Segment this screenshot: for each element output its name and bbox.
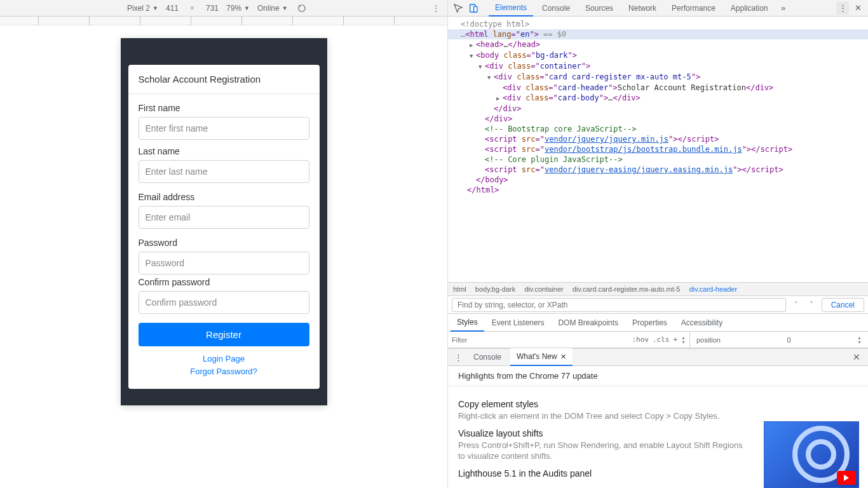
drawer-kebab-icon[interactable]: ⋮ xyxy=(452,351,465,363)
find-prev-icon[interactable]: ˄ xyxy=(791,301,801,309)
crumb-body[interactable]: body.bg-dark xyxy=(475,285,515,293)
device-mode-icon[interactable] xyxy=(467,2,480,15)
last-name-input[interactable] xyxy=(139,160,309,183)
crumb-header[interactable]: div.card-header xyxy=(689,285,737,293)
login-link[interactable]: Login Page xyxy=(139,353,309,365)
devtools-toolbar: Elements Console Sources Network Perform… xyxy=(448,0,868,17)
tip1-title: Copy element styles xyxy=(458,399,858,409)
tab-console[interactable]: Console xyxy=(536,0,576,17)
confirm-label: Confirm password xyxy=(139,277,309,287)
hov-toggle[interactable]: :hov xyxy=(632,336,649,344)
tip1-body: Right-click an element in the DOM Tree a… xyxy=(458,410,750,422)
tab-properties[interactable]: Properties xyxy=(626,314,674,332)
height-input[interactable]: 731 xyxy=(206,4,219,13)
tab-accessibility[interactable]: Accessibility xyxy=(675,314,729,332)
styles-body: :hov .cls + ▲▼ position 0 ▲▼ xyxy=(448,332,868,348)
drawer-body: Copy element styles Right-click an eleme… xyxy=(448,386,868,488)
password-label: Password xyxy=(139,238,309,248)
youtube-icon[interactable] xyxy=(837,471,856,485)
ruler xyxy=(0,17,447,25)
first-name-input[interactable] xyxy=(139,117,309,140)
card-title: Scholar Account Registration xyxy=(128,65,320,94)
tab-performance[interactable]: Performance xyxy=(665,0,722,17)
drawer-highlight: Highlights from the Chrome 77 update xyxy=(458,371,858,381)
email-label: Email address xyxy=(139,192,309,202)
device-toolbar: Pixel 2▼ 411 × 731 79%▼ Online▼ ⋮ xyxy=(0,0,447,17)
tab-elements[interactable]: Elements xyxy=(489,0,533,17)
find-input[interactable] xyxy=(452,298,786,312)
inspect-icon[interactable] xyxy=(452,2,465,15)
viewport: Scholar Account Registration First name … xyxy=(0,25,447,488)
device-select[interactable]: Pixel 2▼ xyxy=(127,4,158,13)
doctype-node: <!doctype html> xyxy=(461,20,529,29)
svg-rect-2 xyxy=(474,6,477,12)
box-label: position xyxy=(696,336,721,344)
tab-network[interactable]: Network xyxy=(622,0,663,17)
close-devtools-icon[interactable]: ✕ xyxy=(851,2,864,15)
close-tab-icon[interactable]: ✕ xyxy=(560,353,566,361)
width-input[interactable]: 411 xyxy=(166,4,179,13)
last-name-label: Last name xyxy=(139,146,309,156)
tab-dom-breakpoints[interactable]: DOM Breakpoints xyxy=(552,314,625,332)
drawer-close-icon[interactable]: ✕ xyxy=(849,352,864,362)
device-frame: Scholar Account Registration First name … xyxy=(121,38,327,405)
elements-tree[interactable]: <!doctype html> …<html lang="en"> == $0 … xyxy=(448,17,868,282)
register-card: Scholar Account Registration First name … xyxy=(128,65,320,389)
throttle-select[interactable]: Online▼ xyxy=(257,4,288,13)
tab-styles[interactable]: Styles xyxy=(451,314,484,332)
drawer-tab-console[interactable]: Console xyxy=(467,348,508,366)
new-rule-icon[interactable]: + xyxy=(673,336,677,344)
tab-application[interactable]: Application xyxy=(724,0,775,17)
styles-filter-input[interactable] xyxy=(452,336,528,344)
cls-toggle[interactable]: .cls xyxy=(653,336,670,344)
more-tabs-icon[interactable]: » xyxy=(777,2,790,15)
zoom-select[interactable]: 79%▼ xyxy=(226,4,250,13)
email-input[interactable] xyxy=(139,206,309,229)
crumb-card[interactable]: div.card.card-register.mx-auto.mt-5 xyxy=(573,285,681,293)
tip2-body: Press Control+Shift+P, run Show Renderin… xyxy=(458,440,750,462)
find-cancel-button[interactable]: Cancel xyxy=(822,298,864,312)
drawer-tabs: ⋮ Console What's New✕ ✕ xyxy=(448,348,868,366)
password-input[interactable] xyxy=(139,252,309,274)
crumb-html[interactable]: html xyxy=(453,285,466,293)
first-name-label: First name xyxy=(139,103,309,113)
confirm-input[interactable] xyxy=(139,291,309,314)
tab-event-listeners[interactable]: Event Listeners xyxy=(485,314,551,332)
settings-icon[interactable]: ⋮ xyxy=(836,2,849,15)
video-thumbnail[interactable] xyxy=(764,421,859,488)
forgot-link[interactable]: Forgot Password? xyxy=(139,365,309,378)
crumb-container[interactable]: div.container xyxy=(524,285,564,293)
kebab-icon[interactable]: ⋮ xyxy=(430,2,442,15)
box-value: 0 xyxy=(787,336,790,344)
register-button[interactable]: Register xyxy=(139,323,309,346)
dimension-separator: × xyxy=(186,4,198,13)
tab-sources[interactable]: Sources xyxy=(579,0,620,17)
drawer-tab-whatsnew[interactable]: What's New✕ xyxy=(510,348,573,366)
find-next-icon[interactable]: ˅ xyxy=(806,301,817,309)
breadcrumb[interactable]: html body.bg-dark div.container div.card… xyxy=(448,282,868,296)
styles-tabs: Styles Event Listeners DOM Breakpoints P… xyxy=(448,314,868,332)
find-bar: ˄ ˅ Cancel xyxy=(448,296,868,314)
rotate-icon[interactable] xyxy=(295,2,308,15)
